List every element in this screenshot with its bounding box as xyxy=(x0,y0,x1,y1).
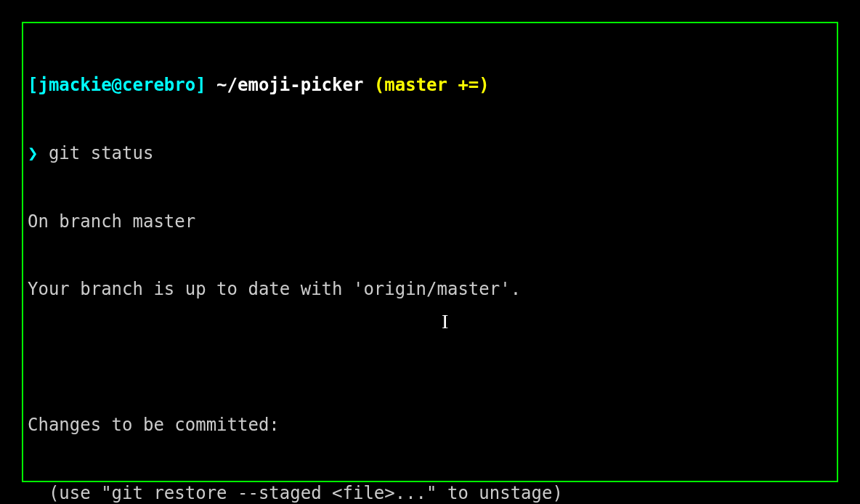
output-branch: On branch master xyxy=(28,211,832,233)
typed-command: git status xyxy=(49,143,154,163)
terminal-output-area[interactable]: [jmackie@cerebro] ~/emoji-picker (master… xyxy=(28,29,832,504)
prompt-line-1: [jmackie@cerebro] ~/emoji-picker (master… xyxy=(28,74,832,97)
output-blank-1 xyxy=(28,346,832,369)
prompt-branch: (master +=) xyxy=(374,75,490,95)
prompt-path: ~/emoji-picker xyxy=(206,75,374,95)
output-upstream: Your branch is up to date with 'origin/m… xyxy=(28,278,832,301)
prompt-symbol: ❯ xyxy=(28,143,49,163)
prompt-user-host: [jmackie@cerebro] xyxy=(28,75,206,95)
output-changes-header: Changes to be committed: xyxy=(28,414,832,436)
command-line-1: ❯ git status xyxy=(28,142,832,165)
output-hint: (use "git restore --staged <file>..." to… xyxy=(28,482,832,504)
terminal-window[interactable]: [jmackie@cerebro] ~/emoji-picker (master… xyxy=(22,22,838,482)
